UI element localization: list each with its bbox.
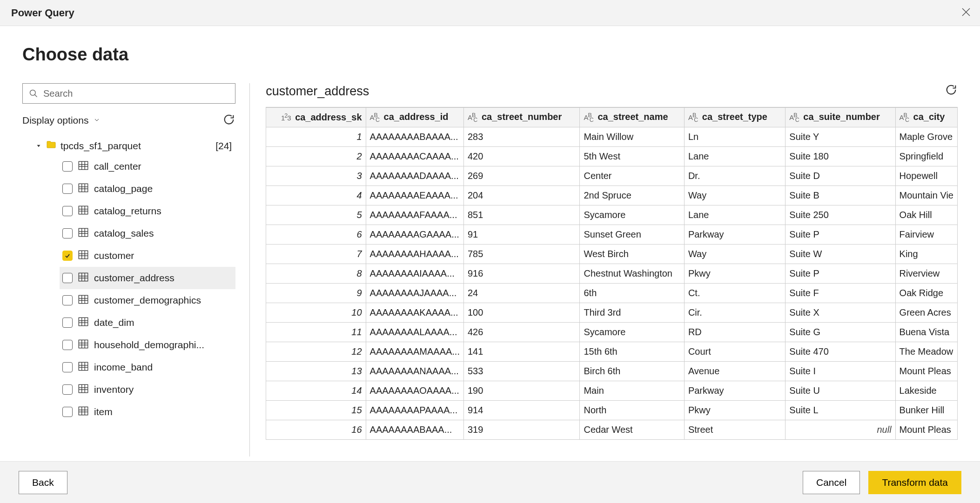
table-cell: 6 [266, 225, 366, 245]
table-cell: Lane [684, 205, 785, 225]
checkbox[interactable] [62, 407, 73, 417]
sidebar-item-date_dim[interactable]: date_dim [60, 311, 235, 334]
sidebar-item-label: inventory [94, 384, 134, 395]
table-cell: 5th West [580, 147, 684, 166]
column-header-ca_street_type[interactable]: ABC ca_street_type [684, 108, 785, 127]
content-region: Choose data Display options [0, 26, 980, 461]
sidebar-item-item[interactable]: item [60, 401, 235, 423]
table-row[interactable]: 4AAAAAAAAEAAAA...2042nd SpruceWaySuite B… [266, 186, 958, 205]
checkbox[interactable] [62, 384, 73, 395]
sidebar-item-income_band[interactable]: income_band [60, 356, 235, 378]
checkbox[interactable] [62, 228, 73, 238]
preview-table[interactable]: 123 ca_address_skABC ca_address_idABC ca… [266, 107, 958, 440]
checkbox[interactable] [62, 184, 73, 194]
table-row[interactable]: 13AAAAAAAANAAAA...533Birch 6thAvenueSuit… [266, 362, 958, 381]
table-cell: AAAAAAAAHAAAA... [366, 245, 463, 264]
svg-rect-35 [79, 295, 88, 303]
table-row[interactable]: 1AAAAAAAABAAAA...283Main WillowLnSuite Y… [266, 127, 958, 147]
table-row[interactable]: 2AAAAAAAACAAAA...4205th WestLaneSuite 18… [266, 147, 958, 166]
table-row[interactable]: 6AAAAAAAAGAAAA...91Sunset GreenParkwaySu… [266, 225, 958, 245]
column-header-ca_street_name[interactable]: ABC ca_street_name [580, 108, 684, 127]
svg-line-3 [35, 95, 37, 97]
checkbox[interactable] [62, 362, 73, 372]
table-cell: 11 [266, 323, 366, 342]
table-cell: AAAAAAAAEAAAA... [366, 186, 463, 205]
checkbox[interactable] [62, 340, 73, 350]
table-row[interactable]: 8AAAAAAAAIAAAA...916Chestnut WashingtonP… [266, 264, 958, 284]
close-icon[interactable] [960, 7, 972, 21]
table-cell: Green Acres [895, 303, 957, 323]
table-row[interactable]: 14AAAAAAAAOAAAA...190MainParkwaySuite UL… [266, 381, 958, 401]
display-options-button[interactable]: Display options [22, 115, 101, 126]
table-cell: Suite 180 [785, 147, 895, 166]
table-cell: 13 [266, 362, 366, 381]
cancel-button[interactable]: Cancel [803, 471, 860, 494]
table-cell: Third 3rd [580, 303, 684, 323]
table-cell: Suite 250 [785, 205, 895, 225]
table-cell: The Meadow [895, 342, 957, 362]
navigator-sidebar: Display options tpcds_s [22, 83, 250, 457]
tree-folder[interactable]: tpcds_sf1_parquet [24] [35, 136, 235, 155]
column-header-ca_address_sk[interactable]: 123 ca_address_sk [266, 108, 366, 127]
table-cell: Ct. [684, 284, 785, 303]
sidebar-item-catalog_page[interactable]: catalog_page [60, 178, 235, 200]
folder-icon [46, 139, 57, 152]
checkbox[interactable] [62, 206, 73, 216]
table-cell: Main [580, 381, 684, 401]
sidebar-item-catalog_sales[interactable]: catalog_sales [60, 222, 235, 245]
table-row[interactable]: 9AAAAAAAAJAAAA...246thCt.Suite FOak Ridg… [266, 284, 958, 303]
svg-marker-4 [37, 145, 40, 147]
checkbox[interactable] [62, 295, 73, 305]
table-row[interactable]: 5AAAAAAAAFAAAA...851SycamoreLaneSuite 25… [266, 205, 958, 225]
table-icon [77, 271, 89, 285]
sidebar-item-customer_demographics[interactable]: customer_demographics [60, 289, 235, 311]
type-icon: ABC [584, 112, 593, 123]
table-row[interactable]: 7AAAAAAAAHAAAA...785West BirchWaySuite W… [266, 245, 958, 264]
table-cell: Parkway [684, 381, 785, 401]
sidebar-item-catalog_returns[interactable]: catalog_returns [60, 200, 235, 222]
search-input[interactable] [22, 83, 235, 104]
table-cell: 190 [464, 381, 580, 401]
sidebar-item-household_demographi-[interactable]: household_demographi... [60, 334, 235, 356]
table-row[interactable]: 15AAAAAAAAPAAAA...914NorthPkwySuite LBun… [266, 401, 958, 420]
refresh-sidebar-button[interactable] [222, 113, 235, 128]
table-cell: 2nd Spruce [580, 186, 684, 205]
table-cell: 24 [464, 284, 580, 303]
table-cell: Suite D [785, 166, 895, 186]
sidebar-item-label: household_demographi... [94, 339, 204, 351]
table-cell: AAAAAAAADAAAA... [366, 166, 463, 186]
table-cell: 7 [266, 245, 366, 264]
table-row[interactable]: 3AAAAAAAADAAAA...269CenterDr.Suite DHope… [266, 166, 958, 186]
table-row[interactable]: 12AAAAAAAAMAAAA...14115th 6thCourtSuite … [266, 342, 958, 362]
table-cell: Oak Hill [895, 205, 957, 225]
checkbox[interactable] [62, 251, 73, 261]
checkbox[interactable] [62, 318, 73, 328]
checkbox[interactable] [62, 161, 73, 172]
svg-rect-40 [79, 318, 88, 325]
svg-rect-50 [79, 362, 88, 370]
svg-rect-20 [79, 228, 88, 236]
column-header-ca_suite_number[interactable]: ABC ca_suite_number [785, 108, 895, 127]
table-row[interactable]: 11AAAAAAAALAAAA...426SycamoreRDSuite GBu… [266, 323, 958, 342]
table-icon [77, 182, 89, 196]
back-button[interactable]: Back [19, 471, 67, 494]
table-cell: Suite P [785, 225, 895, 245]
column-header-ca_address_id[interactable]: ABC ca_address_id [366, 108, 463, 127]
sidebar-item-customer_address[interactable]: customer_address [60, 267, 235, 289]
type-icon: ABC [688, 112, 698, 123]
refresh-preview-button[interactable] [945, 83, 958, 99]
table-row[interactable]: 16AAAAAAAABAAA...319Cedar WestStreetnull… [266, 420, 958, 440]
sidebar-item-inventory[interactable]: inventory [60, 378, 235, 401]
table-cell: 1 [266, 127, 366, 147]
table-cell: Pkwy [684, 264, 785, 284]
column-header-ca_city[interactable]: ABC ca_city [895, 108, 957, 127]
sidebar-item-call_center[interactable]: call_center [60, 155, 235, 178]
sidebar-item-customer[interactable]: customer [60, 245, 235, 267]
transform-data-button[interactable]: Transform data [868, 471, 961, 494]
table-cell: Mountain Vie [895, 186, 957, 205]
table-wrap: 123 ca_address_skABC ca_address_idABC ca… [266, 107, 958, 457]
table-row[interactable]: 10AAAAAAAAKAAAA...100Third 3rdCir.Suite … [266, 303, 958, 323]
table-cell: AAAAAAAAGAAAA... [366, 225, 463, 245]
checkbox[interactable] [62, 273, 73, 283]
column-header-ca_street_number[interactable]: ABC ca_street_number [464, 108, 580, 127]
